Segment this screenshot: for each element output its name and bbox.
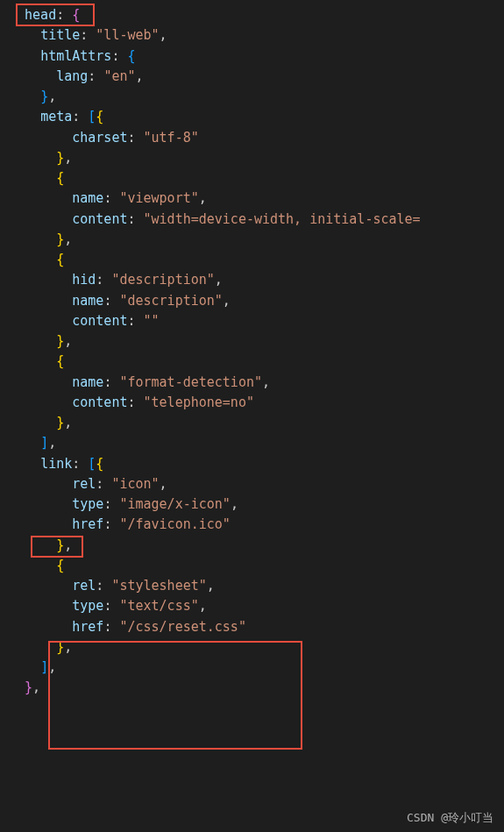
code-line: name: "format-detection", (9, 373, 504, 393)
code-line: hid: "description", (9, 270, 504, 290)
code-line: charset: "utf-8" (9, 128, 504, 148)
code-line: title: "ll-web", (9, 25, 504, 46)
code-line: link: [{ (9, 454, 504, 474)
code-line: { (9, 250, 504, 270)
code-line: content: "telephone=no" (9, 393, 504, 413)
code-line: }, (9, 637, 504, 658)
code-line: }, (9, 148, 504, 168)
code-line: }, (9, 413, 504, 433)
code-line: htmlAttrs: { (9, 46, 504, 67)
code-line: name: "viewport", (9, 188, 504, 209)
code-line: ], (9, 433, 504, 453)
code-line: }, (9, 331, 504, 352)
code-line: lang: "en", (9, 67, 504, 87)
code-line: { (9, 168, 504, 188)
code-line: }, (9, 536, 504, 556)
code-line: { (9, 352, 504, 372)
code-line: }, (9, 678, 504, 698)
code-line: rel: "icon", (9, 474, 504, 494)
code-line: head: { (9, 5, 504, 25)
code-line: { (9, 556, 504, 576)
watermark: CSDN @玲小叮当 (407, 809, 493, 827)
code-line: href: "/css/reset.css" (9, 617, 504, 637)
code-line: rel: "stylesheet", (9, 576, 504, 596)
code-line: type: "image/x-icon", (9, 494, 504, 515)
code-editor[interactable]: head: { title: "ll-web", htmlAttrs: { la… (0, 5, 504, 699)
code-line: }, (9, 87, 504, 107)
code-line: href: "/favicon.ico" (9, 515, 504, 535)
code-line: content: "width=device-width, initial-sc… (9, 210, 504, 230)
code-line: }, (9, 230, 504, 250)
code-line: name: "description", (9, 291, 504, 311)
code-line: type: "text/css", (9, 596, 504, 616)
code-line: meta: [{ (9, 107, 504, 127)
code-line: ], (9, 658, 504, 678)
code-line: content: "" (9, 311, 504, 331)
